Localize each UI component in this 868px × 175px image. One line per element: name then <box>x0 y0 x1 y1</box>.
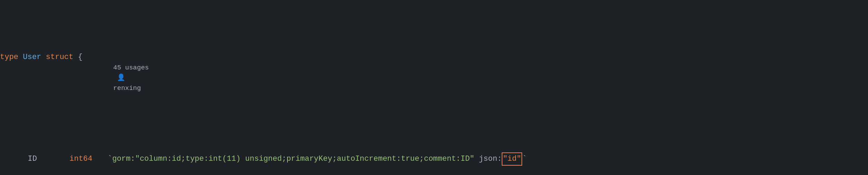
code-editor: type User struct { 45 usages 👤 renxing I… <box>0 0 868 175</box>
person-icon: 👤 <box>113 74 125 82</box>
field-id-backtick-end: ` <box>522 153 527 165</box>
field-id-name: ID <box>28 153 69 165</box>
keyword-struct: struct <box>46 51 73 63</box>
keyword-type: type <box>0 51 18 63</box>
field-id-gorm: `gorm:"column:id;type:int(11) unsigned;p… <box>108 153 474 165</box>
struct-declaration-line: type User struct { 45 usages 👤 renxing <box>0 51 868 104</box>
field-id-json-value: "id" <box>502 152 522 166</box>
space2 <box>41 51 46 63</box>
space1 <box>18 51 23 63</box>
struct-name: User <box>23 51 41 63</box>
field-id-json-label: json: <box>474 153 502 165</box>
usages-info: 45 usages 👤 renxing <box>90 52 149 103</box>
author-name: renxing <box>113 84 141 92</box>
usages-count: 45 usages <box>113 64 149 72</box>
space3 <box>73 51 78 63</box>
brace-open: { <box>78 51 82 63</box>
field-id-type: int64 <box>69 153 108 165</box>
field-id-line: ID int64 `gorm:"column:id;type:int(11) u… <box>0 152 868 166</box>
